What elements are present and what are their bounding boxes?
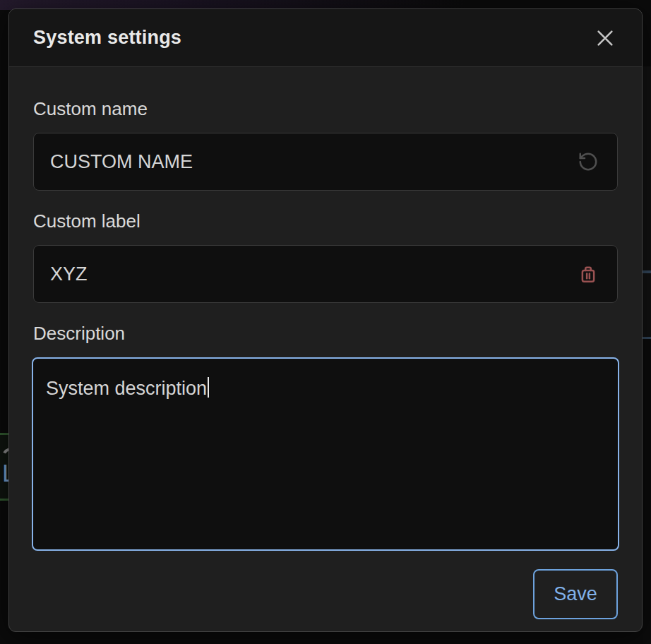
reset-icon bbox=[578, 151, 599, 172]
dialog-body: Custom name Custom label bbox=[9, 67, 642, 619]
custom-name-label: Custom name bbox=[33, 98, 618, 120]
description-textarea[interactable]: System description bbox=[32, 357, 619, 551]
background-divider bbox=[643, 270, 651, 273]
text-cursor bbox=[208, 377, 209, 398]
custom-label-field-row bbox=[33, 245, 618, 303]
save-button[interactable]: Save bbox=[533, 569, 618, 619]
background-divider bbox=[643, 337, 651, 339]
custom-label-input[interactable] bbox=[49, 263, 576, 286]
close-button[interactable] bbox=[590, 23, 621, 54]
close-icon bbox=[595, 28, 616, 49]
trash-icon bbox=[578, 263, 599, 285]
dialog-footer: Save bbox=[33, 569, 618, 619]
dialog-header: System settings bbox=[9, 9, 642, 67]
description-text: System description bbox=[46, 378, 207, 399]
custom-label-label: Custom label bbox=[33, 210, 618, 232]
background-strip-dark bbox=[643, 339, 651, 644]
system-settings-dialog: System settings Custom name Custo bbox=[8, 8, 643, 632]
delete-custom-label-button[interactable] bbox=[576, 262, 600, 286]
custom-name-field-row bbox=[33, 133, 618, 191]
dialog-title: System settings bbox=[33, 27, 181, 49]
custom-name-input[interactable] bbox=[49, 150, 576, 174]
reset-custom-name-button[interactable] bbox=[576, 150, 600, 174]
description-label: Description bbox=[33, 323, 618, 345]
